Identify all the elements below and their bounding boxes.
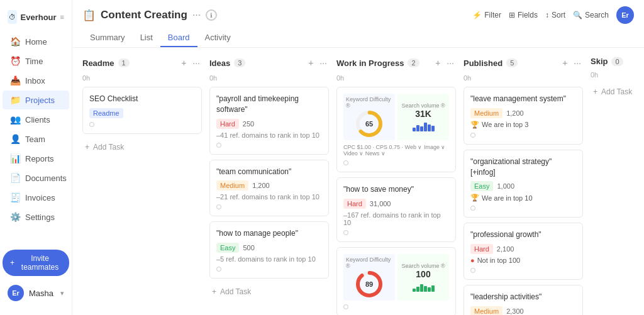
sidebar-item-home[interactable]: 🏠 Home — [3, 32, 69, 51]
search-volume-chart: Search volume ® 31K — [397, 94, 449, 140]
card-ref: –5 ref. domains to rank in top 10 — [216, 255, 322, 263]
column-actions-ideas: + ··· — [306, 57, 329, 69]
column-more-ideas[interactable]: ··· — [318, 57, 329, 69]
header-info-button[interactable]: ℹ — [206, 9, 217, 21]
card-tags: Hard 31,000 — [343, 199, 449, 209]
table-row[interactable]: "organizational strategy" [+infog] Easy … — [464, 150, 583, 218]
sidebar-item-label: Invoices — [25, 193, 55, 202]
sidebar-collapse-btn[interactable]: ≡ — [60, 13, 64, 21]
main-content: 📋 Content Creating ··· ℹ ⚡ Filter ⊞ Fiel… — [72, 0, 644, 315]
filter-button[interactable]: ⚡ Filter — [472, 11, 501, 19]
card-tags: Readme — [89, 108, 195, 118]
card-tags: Medium 1,200 — [470, 108, 576, 118]
tag-readme: Readme — [89, 108, 123, 118]
card-ref: –21 ref. domains to rank in top 10 — [216, 193, 322, 201]
sidebar-item-time[interactable]: ⏰ Time — [3, 52, 69, 70]
column-more-wip[interactable]: ··· — [445, 57, 456, 69]
sidebar-user[interactable]: Er Masha ▾ — [3, 281, 69, 305]
add-task-ideas[interactable]: + Add Task — [209, 284, 329, 300]
card-number: 1,200 — [252, 182, 270, 189]
column-actions-readme: + ··· — [179, 57, 202, 69]
column-readme: Readme 1 + ··· 0h SEO Checklist Readme +… — [82, 55, 202, 155]
card-tags: Hard 2,100 — [470, 244, 576, 254]
sidebar-item-label: Time — [25, 57, 43, 66]
sidebar-item-settings[interactable]: ⚙️ Settings — [3, 207, 69, 226]
card-title: "organizational strategy" [+infog] — [470, 157, 576, 178]
table-row[interactable]: "team communication" Medium 1,200 –21 re… — [209, 160, 329, 217]
card-tags: Medium 2,300 — [470, 306, 576, 315]
table-row[interactable]: Keyword Difficulty ® 89 Search volume ® … — [336, 247, 456, 315]
column-add-readme[interactable]: + — [179, 57, 188, 69]
table-row[interactable]: "leave management system" Medium 1,200 🏆… — [464, 87, 583, 145]
column-add-ideas[interactable]: + — [306, 57, 315, 69]
sidebar-item-clients[interactable]: 👥 Clients — [3, 110, 69, 129]
column-header-skip: Skip 0 — [591, 55, 644, 67]
tab-board[interactable]: Board — [160, 29, 197, 47]
column-more-readme[interactable]: ··· — [191, 57, 202, 69]
status-badge: 🏆 We are in top 3 — [470, 121, 576, 129]
card-tags: Hard 250 — [216, 119, 322, 129]
table-row[interactable]: "professional growth" Hard 2,100 ● Not i… — [464, 223, 583, 280]
sidebar-item-label: Settings — [25, 213, 55, 222]
column-time-published: 0h — [464, 74, 583, 82]
sidebar: ⏱ Everhour ≡ 🏠 Home ⏰ Time 📥 Inbox 📁 Pro… — [0, 0, 72, 315]
trophy-icon: 🏆 — [470, 194, 479, 202]
sidebar-item-projects[interactable]: 📁 Projects — [3, 91, 69, 109]
tab-activity[interactable]: Activity — [197, 29, 238, 47]
sidebar-item-reports[interactable]: 📊 Reports — [3, 149, 69, 168]
user-avatar-header: Er — [616, 6, 634, 24]
sort-button[interactable]: ↕ Sort — [545, 11, 565, 19]
table-row[interactable]: Keyword Difficulty ® 65 Search volume ® … — [336, 87, 456, 172]
column-header-published: Published 5 + ··· — [464, 55, 583, 70]
tag-medium: Medium — [470, 108, 502, 118]
column-header-ideas: Ideas 3 + ··· — [209, 55, 329, 70]
card-dot — [343, 160, 348, 165]
table-row[interactable]: "how to manage people" Easy 500 –5 ref. … — [209, 221, 329, 279]
username: Masha — [29, 289, 53, 298]
add-task-skip[interactable]: + Add Task — [591, 84, 644, 100]
table-row[interactable]: "payroll and timekeeping software" Hard … — [209, 87, 329, 155]
sidebar-item-invoices[interactable]: 🧾 Invoices — [3, 188, 69, 207]
card-dot — [89, 122, 94, 127]
header-top-row: 📋 Content Creating ··· ℹ ⚡ Filter ⊞ Fiel… — [82, 6, 634, 29]
card-dot — [343, 304, 348, 309]
column-wip: Work in Progress 2 + ··· 0h Keyword Diff… — [336, 55, 456, 315]
home-icon: 🏠 — [10, 36, 20, 47]
fields-icon: ⊞ — [509, 11, 515, 19]
card-number: 2,100 — [497, 245, 514, 253]
table-row[interactable]: "how to save money" Hard 31,000 –167 ref… — [336, 177, 456, 242]
table-row[interactable]: "leadership activities" Medium 2,300 🏆 W… — [464, 285, 583, 315]
sidebar-item-inbox[interactable]: 📥 Inbox — [3, 71, 69, 90]
tab-summary[interactable]: Summary — [82, 29, 133, 47]
search-button[interactable]: 🔍 Search — [573, 11, 609, 19]
sidebar-item-team[interactable]: 👤 Team — [3, 130, 69, 148]
invite-teammates-button[interactable]: + Invite teammates — [3, 250, 69, 276]
column-time-wip: 0h — [336, 74, 456, 82]
column-time-ideas: 0h — [209, 74, 329, 82]
card-title: "leadership activities" — [470, 292, 576, 302]
header: 📋 Content Creating ··· ℹ ⚡ Filter ⊞ Fiel… — [72, 0, 644, 48]
table-row[interactable]: SEO Checklist Readme — [82, 87, 202, 134]
header-emoji: 📋 — [82, 9, 96, 22]
team-icon: 👤 — [10, 134, 20, 144]
sidebar-item-documents[interactable]: 📄 Documents — [3, 169, 69, 187]
column-title-skip: Skip — [591, 57, 608, 66]
column-add-wip[interactable]: + — [433, 57, 442, 69]
add-task-readme[interactable]: + Add Task — [82, 139, 202, 155]
card-number: 31,000 — [370, 200, 391, 207]
header-more-button[interactable]: ··· — [192, 9, 201, 21]
tag-hard: Hard — [343, 199, 366, 209]
card-dot — [343, 230, 348, 235]
card-dot — [216, 267, 221, 272]
fields-button[interactable]: ⊞ Fields — [509, 11, 538, 19]
tab-list[interactable]: List — [133, 29, 160, 47]
column-title-readme: Readme — [82, 58, 114, 68]
board: Readme 1 + ··· 0h SEO Checklist Readme +… — [72, 48, 644, 315]
column-more-published[interactable]: ··· — [572, 57, 583, 69]
column-count-skip: 0 — [611, 57, 623, 66]
sort-icon: ↕ — [545, 11, 549, 19]
invite-icon: + — [10, 258, 14, 267]
column-add-published[interactable]: + — [560, 57, 569, 69]
card-image-area: Keyword Difficulty ® 65 Search volume ® … — [343, 94, 449, 140]
column-actions-wip: + ··· — [433, 57, 456, 69]
